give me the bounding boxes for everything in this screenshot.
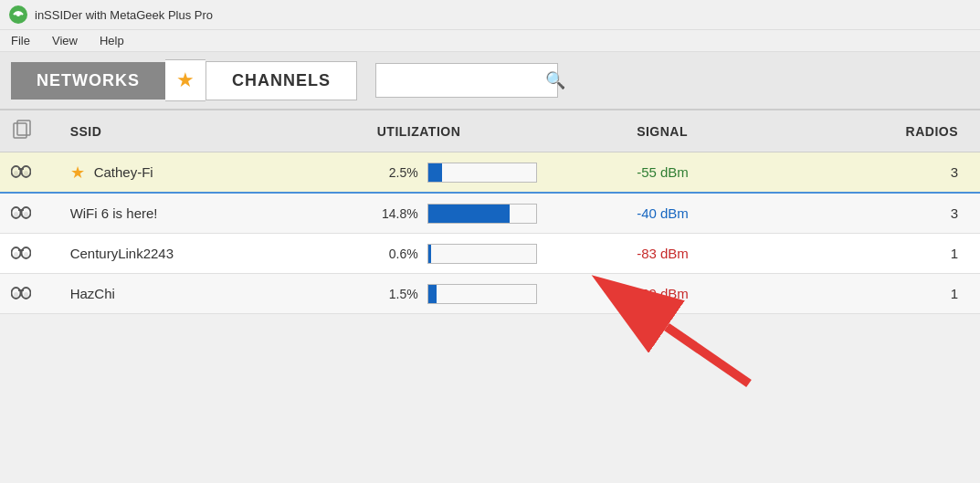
favorites-button[interactable]: ★ — [165, 59, 205, 101]
utilization-bar-fill — [428, 285, 437, 303]
networks-button[interactable]: NETWORKS — [11, 62, 165, 100]
utilization-bar-fill — [428, 163, 442, 182]
app-logo — [9, 5, 27, 24]
row-icon-cell — [0, 152, 59, 194]
utilization-bar-fill — [428, 245, 432, 263]
svg-point-18 — [24, 252, 28, 257]
table-row[interactable]: HazChi 1.5% -89 dBm 1 — [0, 274, 980, 314]
app-title: inSSIDer with MetaGeek Plus Pro — [35, 8, 213, 22]
header-ssid: SSID — [59, 110, 366, 152]
svg-line-25 — [667, 327, 749, 383]
row-icon-cell — [0, 193, 59, 234]
svg-point-13 — [24, 212, 28, 217]
row-ssid: WiFi 6 is here! — [59, 193, 366, 234]
svg-point-8 — [24, 171, 28, 176]
row-icon-cell — [0, 274, 59, 314]
utilization-bar-track — [427, 284, 537, 304]
menu-bar: File View Help — [0, 30, 980, 52]
svg-point-17 — [14, 252, 18, 257]
svg-point-12 — [14, 212, 18, 217]
table-row[interactable]: ★ Cathey-Fi 2.5% -55 dBm 3 — [0, 152, 980, 194]
search-icon: 🔍 — [545, 70, 565, 90]
row-radios: 3 — [862, 193, 980, 234]
row-icon-cell — [0, 234, 59, 274]
binoculars-icon — [11, 203, 31, 221]
binoculars-icon — [11, 243, 31, 261]
row-signal: -83 dBm — [626, 234, 862, 274]
favorite-star: ★ — [70, 163, 85, 183]
svg-point-22 — [14, 292, 18, 298]
menu-help[interactable]: Help — [96, 32, 128, 49]
title-bar: inSSIDer with MetaGeek Plus Pro — [0, 0, 980, 30]
toolbar: NETWORKS ★ CHANNELS 🔍 — [0, 52, 980, 110]
row-signal: -55 dBm — [626, 152, 862, 194]
row-utilization: 1.5% — [366, 274, 626, 314]
star-icon: ★ — [176, 68, 195, 92]
row-ssid: ★ Cathey-Fi — [59, 152, 366, 194]
channels-button[interactable]: CHANNELS — [205, 61, 357, 100]
search-input[interactable] — [385, 73, 545, 88]
header-signal: SIGNAL — [626, 110, 862, 152]
row-ssid: HazChi — [59, 274, 366, 314]
menu-file[interactable]: File — [7, 32, 34, 49]
row-radios: 1 — [862, 274, 980, 314]
utilization-bar-track — [427, 244, 537, 264]
table-row[interactable]: CenturyLink2243 0.6% -83 dBm 1 — [0, 234, 980, 274]
row-radios: 3 — [862, 152, 980, 194]
svg-point-1 — [16, 13, 20, 16]
networks-table: SSID UTILIZATION SIGNAL RADIOS ★ — [0, 110, 980, 314]
header-radios: RADIOS — [862, 110, 980, 152]
table-header-row: SSID UTILIZATION SIGNAL RADIOS — [0, 110, 980, 152]
row-signal: -40 dBm — [626, 193, 862, 234]
header-icon — [0, 110, 59, 152]
row-utilization: 14.8% — [366, 193, 626, 234]
binoculars-icon — [11, 162, 31, 180]
row-radios: 1 — [862, 234, 980, 274]
binoculars-icon — [11, 283, 31, 301]
svg-point-7 — [14, 171, 18, 176]
row-utilization: 0.6% — [366, 234, 626, 274]
utilization-bar-fill — [428, 205, 510, 223]
utilization-bar-track — [427, 163, 537, 183]
utilization-bar-track — [427, 204, 537, 224]
copy-icon — [11, 120, 33, 140]
table-row[interactable]: WiFi 6 is here! 14.8% -40 dBm 3 — [0, 193, 980, 234]
row-ssid: CenturyLink2243 — [59, 234, 366, 274]
menu-view[interactable]: View — [48, 32, 81, 49]
search-box: 🔍 — [375, 63, 558, 98]
row-signal: -89 dBm — [626, 274, 862, 314]
header-utilization: UTILIZATION — [366, 110, 626, 152]
row-utilization: 2.5% — [366, 152, 626, 194]
svg-point-23 — [24, 292, 28, 298]
